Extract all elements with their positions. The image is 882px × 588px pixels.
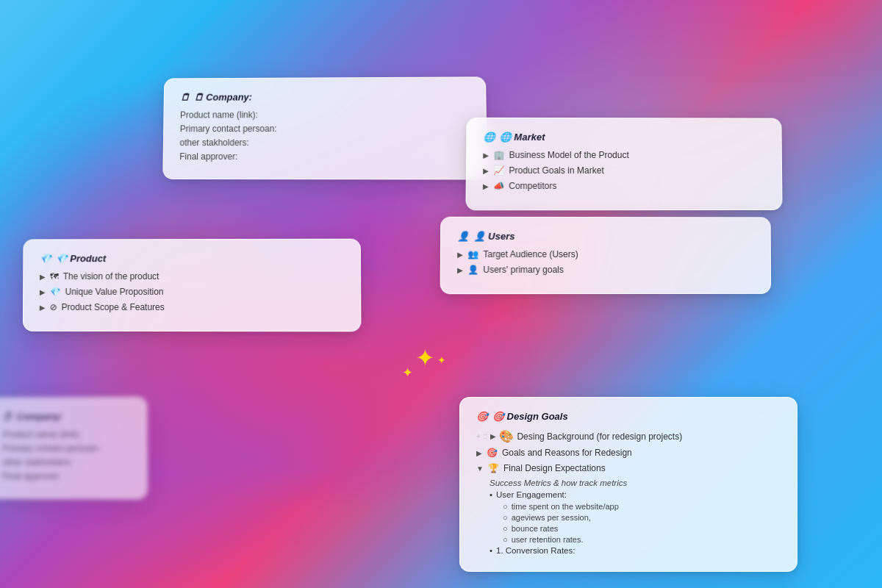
conversion-rates-item: • 1. Conversion Rates:	[490, 546, 781, 555]
market-item-3: ▶ 📣 Competitors	[483, 181, 766, 191]
product-item-1-icon: 🗺	[50, 271, 59, 282]
users-icon: 👤	[457, 231, 469, 242]
blurred-row-4: Final approver:	[2, 471, 130, 481]
arrow-icon: ▶	[40, 288, 46, 296]
sparkle-small2-icon: ✦	[437, 354, 446, 366]
circle-icon: ○	[503, 535, 508, 544]
users-item-1: ▶ 👥 Target Audience (Users)	[457, 249, 754, 259]
blurred-icon: 🗒	[3, 412, 12, 423]
product-item-2: ▶ 💎 Unique Value Proposition	[40, 287, 344, 297]
design-item-3-icon: 🏆	[488, 463, 499, 473]
arrow-icon: ▶	[483, 182, 489, 190]
market-item-3-icon: 📣	[493, 181, 504, 191]
arrow-icon: ▶	[483, 151, 489, 159]
company-card: 🗒 🗒 Company: Product name (link): Primar…	[162, 76, 487, 179]
market-item-2-icon: 📈	[493, 165, 504, 176]
users-item-2-icon: 👤	[467, 265, 478, 275]
product-card-title: 💎 💎 Product	[40, 253, 344, 264]
market-item-1-icon: 🏢	[493, 150, 504, 160]
arrow-icon: ▶	[40, 273, 46, 281]
design-goals-icon: 🎯	[476, 411, 488, 422]
design-goals-card: 🎯 🎯 Design Goals + :: ▶ 🎨 Desing Backgro…	[459, 397, 797, 572]
circle-icon: ○	[503, 524, 508, 533]
design-item-3: ▼ 🏆 Final Design Expectations	[476, 463, 781, 473]
design-item-2: ▶ 🎯 Goals and Reasons for Redesign	[476, 448, 781, 458]
blurred-row-1: Product name (link):	[3, 429, 131, 440]
blurred-row-2: Primary contact persoan:	[3, 443, 131, 453]
product-item-3: ▶ ⊘ Product Scope & Features	[40, 302, 344, 312]
sparkle-small1-icon: ✦	[402, 365, 413, 381]
market-icon: 🌐	[483, 132, 495, 143]
circle-icon: ○	[503, 513, 508, 522]
blurred-company-card: 🗒 Company: Product name (link): Primary …	[0, 397, 148, 500]
product-icon: 💎	[40, 253, 51, 264]
company-icon: 🗒	[180, 92, 190, 103]
market-item-1: ▶ 🏢 Business Model of the Product	[483, 150, 765, 160]
user-engagement-item: • User Engagement:	[490, 490, 781, 499]
design-item-1-icon: 🎨	[499, 429, 514, 443]
arrow-icon: ▶	[483, 166, 489, 174]
design-item-2-icon: 🎯	[487, 448, 498, 458]
company-row-4: Final approver:	[179, 151, 470, 162]
market-card: 🌐 🌐 Market ▶ 🏢 Business Model of the Pro…	[465, 118, 782, 211]
users-card: 👤 👤 Users ▶ 👥 Target Audience (Users) ▶ …	[440, 217, 771, 295]
company-card-title: 🗒 🗒 Company:	[180, 90, 469, 102]
arrow-icon: ▶	[490, 432, 496, 440]
users-item-1-icon: 👥	[467, 249, 478, 259]
product-item-3-icon: ⊘	[50, 302, 57, 312]
metric-1: ○ time spent on the website/app	[503, 502, 781, 511]
drag-icon: ::	[484, 432, 488, 440]
product-item-2-icon: 💎	[50, 287, 61, 297]
product-item-1: ▶ 🗺 The vision of the product	[40, 271, 344, 282]
blurred-row-3: other stakholders:	[3, 457, 131, 467]
product-card: 💎 💎 Product ▶ 🗺 The vision of the produc…	[23, 239, 362, 332]
design-item-1: + :: ▶ 🎨 Desing Background (for redesign…	[476, 429, 781, 443]
company-row-3: other stakholders:	[179, 137, 469, 148]
users-item-2: ▶ 👤 Users' primary goals	[457, 265, 754, 275]
design-goals-title: 🎯 🎯 Design Goals	[476, 411, 781, 422]
company-row-2: Primary contact persoan:	[180, 123, 470, 135]
numbered-bullet-icon: •	[490, 546, 492, 555]
metric-4: ○ user retention rates.	[503, 535, 781, 544]
users-card-title: 👤 👤 Users	[457, 231, 754, 242]
arrow-icon: ▶	[457, 250, 463, 258]
plus-icon: +	[476, 432, 481, 440]
metric-3: ○ bounce rates	[503, 524, 781, 533]
company-row-1: Product name (link):	[180, 109, 469, 120]
circle-icon: ○	[503, 502, 508, 511]
sparkle-big-icon: ✦	[415, 344, 435, 372]
blurred-company-title: 🗒 Company:	[3, 411, 130, 423]
success-metrics-heading: Success Metrics & how track metrics	[490, 478, 781, 487]
arrow-down-icon: ▼	[476, 465, 484, 473]
arrow-icon: ▶	[476, 449, 482, 457]
metric-2: ○ ageviews per session,	[503, 513, 781, 522]
arrow-icon: ▶	[40, 303, 46, 311]
market-card-title: 🌐 🌐 Market	[483, 132, 764, 143]
arrow-icon: ▶	[457, 266, 463, 274]
market-item-2: ▶ 📈 Product Goals in Market	[483, 165, 765, 176]
bullet-icon: •	[490, 490, 492, 499]
